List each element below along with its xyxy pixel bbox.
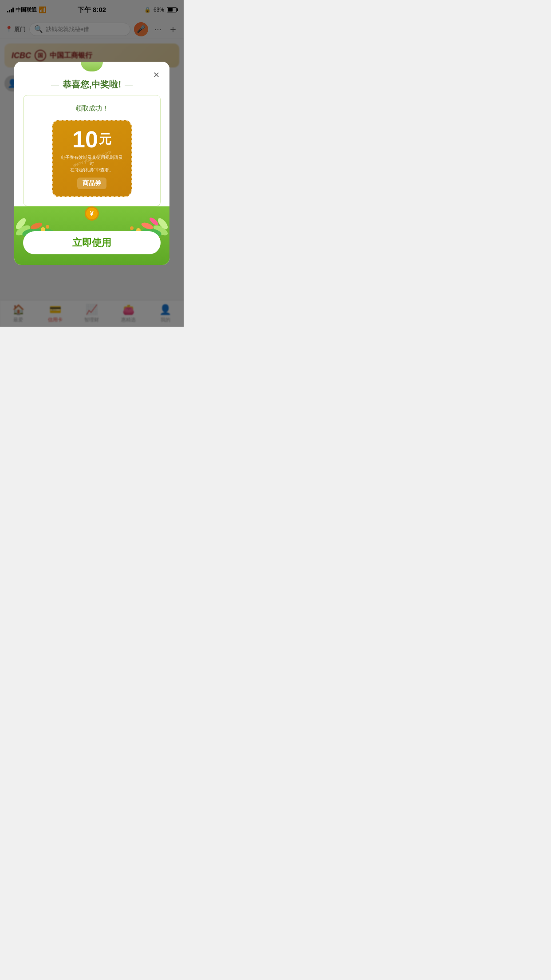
use-now-button[interactable]: 立即使用: [23, 231, 161, 254]
coupon-card: www.yuanke8.com 10元 电子券有效期及其使用规则请及时在"我的礼…: [52, 120, 132, 197]
coin-icon: ¥: [85, 206, 99, 221]
coupon-type: 商品券: [77, 178, 106, 189]
coupon-number: 10: [72, 128, 98, 151]
overlay: ✕ — 恭喜您,中奖啦! — 领取成功！ www.yuanke8.com: [0, 0, 184, 327]
title-dash-left: —: [51, 80, 59, 89]
use-now-label: 立即使用: [72, 237, 111, 248]
modal-white-top: — 恭喜您,中奖啦! — 领取成功！ www.yuanke8.com 10元 电…: [14, 62, 169, 206]
svg-point-7: [46, 225, 49, 229]
modal-notch: [81, 62, 103, 71]
prize-modal: ✕ — 恭喜您,中奖啦! — 领取成功！ www.yuanke8.com: [14, 62, 169, 265]
coupon-amount: 10元: [60, 128, 124, 151]
close-icon: ✕: [153, 70, 160, 80]
title-text: 恭喜您,中奖啦!: [63, 79, 121, 91]
coupon-unit: 元: [99, 133, 111, 146]
close-button[interactable]: ✕: [148, 67, 164, 83]
title-dash-right: —: [125, 80, 133, 89]
modal-title: — 恭喜您,中奖啦! —: [23, 71, 161, 95]
svg-point-16: [130, 226, 134, 230]
success-text: 领取成功！: [75, 104, 109, 113]
modal-green-section: ¥ 立即使用: [14, 206, 169, 265]
success-box: 领取成功！ www.yuanke8.com 10元 电子券有效期及其使用规则请及…: [23, 95, 161, 206]
coupon-desc: 电子券有效期及其使用规则请及时在"我的礼券"中查看。: [60, 154, 124, 173]
